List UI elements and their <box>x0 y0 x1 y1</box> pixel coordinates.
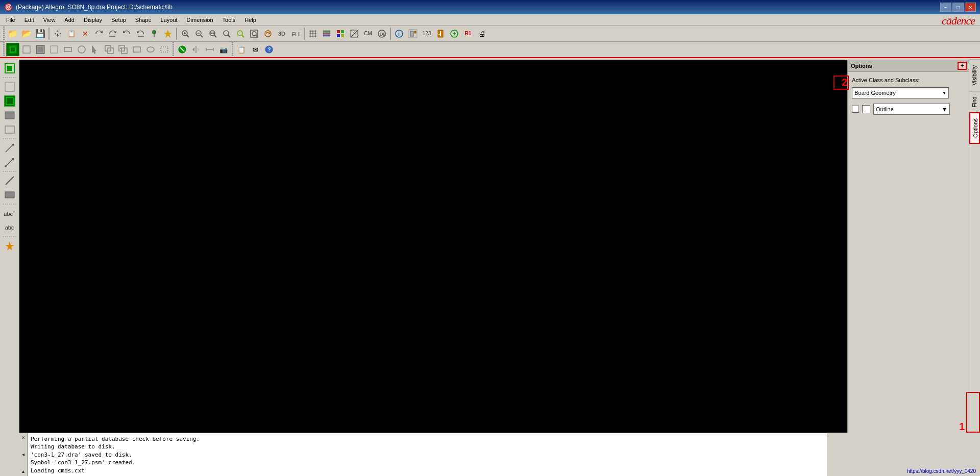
tb-active-mode[interactable] <box>6 43 19 56</box>
svg-marker-77 <box>198 47 200 52</box>
left-btn-snap[interactable] <box>3 62 17 75</box>
tb-mail[interactable]: ✉ <box>249 43 262 56</box>
tb-copy2[interactable]: 📋 <box>235 43 248 56</box>
class-dropdown[interactable]: Board Geometry ▼ <box>852 87 949 98</box>
left-btn-rect2[interactable] <box>3 123 17 136</box>
menu-setup[interactable]: Setup <box>107 16 130 24</box>
menu-display[interactable]: Display <box>80 16 106 24</box>
tb-redo2[interactable] <box>134 27 147 40</box>
tb-timer[interactable] <box>434 27 447 40</box>
tb-info[interactable]: i <box>393 27 406 40</box>
console-icon3[interactable]: ▲ <box>20 468 27 475</box>
menu-view[interactable]: View <box>39 16 60 24</box>
options-pin-button[interactable]: + <box>958 62 967 70</box>
tb-r1[interactable]: R1 <box>461 27 475 40</box>
left-btn-text[interactable]: abc <box>3 221 17 234</box>
tb-move[interactable] <box>51 27 64 40</box>
tb-layers[interactable] <box>320 27 333 40</box>
menu-file[interactable]: File <box>2 16 19 24</box>
tb-mode3[interactable] <box>34 43 47 56</box>
close-button[interactable]: ✕ <box>965 3 976 12</box>
left-btn-rect[interactable] <box>3 109 17 122</box>
tb-zoom-box[interactable] <box>248 27 261 40</box>
tb-delete[interactable]: ✕ <box>79 27 92 40</box>
menu-tools[interactable]: Tools <box>218 16 240 24</box>
canvas-area[interactable] <box>19 60 847 433</box>
tb-camera[interactable]: 📷 <box>217 43 230 56</box>
tb-zoom-prev[interactable] <box>234 27 247 40</box>
left-btn-text-add[interactable]: abc+ <box>3 207 17 220</box>
tb-3d[interactable]: 3D <box>275 27 288 40</box>
tb-pin2[interactable] <box>161 27 175 40</box>
tb-add-connect[interactable] <box>448 27 461 40</box>
tb-print[interactable]: 🖨 <box>475 27 488 40</box>
tb-select[interactable] <box>89 43 102 56</box>
tb-redo[interactable] <box>120 27 133 40</box>
tb-zoom-fit[interactable] <box>206 27 219 40</box>
tb-oval[interactable] <box>144 43 157 56</box>
console-icon[interactable]: ✕ <box>20 434 27 441</box>
tb-rules[interactable]: DRC <box>375 27 388 40</box>
svg-marker-76 <box>192 47 194 52</box>
menu-layout[interactable]: Layout <box>157 16 182 24</box>
tb-rect[interactable] <box>130 43 143 56</box>
tb-save[interactable]: 💾 <box>34 27 47 40</box>
tb-help[interactable]: ? <box>262 43 276 56</box>
left-btn-line[interactable] <box>3 174 17 187</box>
tb-copy-here[interactable] <box>103 43 116 56</box>
tb-ratsnest[interactable] <box>348 27 361 40</box>
tb-refresh[interactable] <box>261 27 275 40</box>
svg-rect-38 <box>337 34 340 37</box>
subclass-checkbox[interactable] <box>852 106 859 113</box>
tb-shape[interactable] <box>158 43 171 56</box>
tb-flip[interactable]: FLIP <box>289 27 302 40</box>
tb-zoom-in[interactable] <box>179 27 192 40</box>
tb-mode4[interactable] <box>47 43 61 56</box>
tb-mode5[interactable] <box>61 43 75 56</box>
menu-shape[interactable]: Shape <box>131 16 156 24</box>
svg-rect-61 <box>51 46 58 53</box>
menu-add[interactable]: Add <box>60 16 79 24</box>
tab-find[interactable]: Find <box>969 91 980 112</box>
menu-dimension[interactable]: Dimension <box>183 16 217 24</box>
left-btn-arrow2[interactable] <box>3 156 17 169</box>
tb-cm[interactable]: CM <box>361 27 375 40</box>
tb-pin[interactable] <box>148 27 161 40</box>
tb-zoom-out[interactable] <box>192 27 206 40</box>
left-btn-green-rect[interactable] <box>3 94 17 108</box>
tb-colors[interactable] <box>334 27 347 40</box>
tb-zoom-sel[interactable] <box>220 27 233 40</box>
tb-undo2[interactable] <box>106 27 119 40</box>
tb-drc[interactable] <box>176 43 189 56</box>
maximize-button[interactable]: □ <box>952 3 964 12</box>
tb-circle[interactable] <box>75 43 88 56</box>
svg-rect-89 <box>5 126 14 133</box>
subclass-dropdown[interactable]: Outline ▼ <box>873 104 950 115</box>
tb-undo[interactable] <box>92 27 106 40</box>
left-btn-star[interactable] <box>3 239 17 253</box>
tb-new[interactable]: 📁 <box>6 27 19 40</box>
tb-open[interactable]: 📂 <box>20 27 33 40</box>
tab-options[interactable]: Options <box>969 112 980 144</box>
left-btn-rect3[interactable] <box>3 188 17 202</box>
left-btn-cross[interactable] <box>3 80 17 93</box>
tb-grid[interactable] <box>306 27 320 40</box>
svg-rect-85 <box>5 82 14 91</box>
menu-help[interactable]: Help <box>240 16 260 24</box>
console-line-5: Loading cmds.cxt <box>31 467 960 474</box>
annotation-box-2 <box>834 76 849 90</box>
tb-measure[interactable] <box>203 43 216 56</box>
tab-visibility[interactable]: Visibility <box>969 60 980 91</box>
tb-copy[interactable]: 📋 <box>65 27 78 40</box>
tb-rotate[interactable] <box>116 43 130 56</box>
left-btn-arrow[interactable] <box>3 141 17 155</box>
tb-show-el[interactable] <box>406 27 420 40</box>
svg-rect-48 <box>410 31 413 36</box>
minimize-button[interactable]: − <box>940 3 951 12</box>
console-icon2[interactable]: ◄ <box>20 451 27 458</box>
tb-mode2[interactable] <box>20 43 33 56</box>
menu-edit[interactable]: Edit <box>20 16 38 24</box>
tb-numbers[interactable]: 123 <box>420 27 433 40</box>
title-bar: 🎯 (Package) Allegro: SO8N_8p.dra Project… <box>0 0 980 14</box>
tb-mirror[interactable] <box>189 43 203 56</box>
